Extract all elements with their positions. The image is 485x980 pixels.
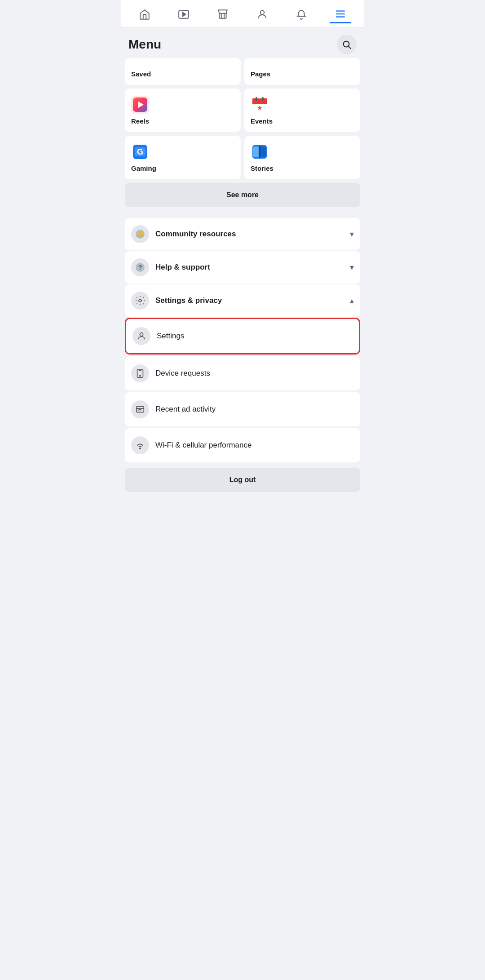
svg-point-29 <box>139 299 141 302</box>
nav-video[interactable] <box>173 5 194 23</box>
svg-rect-24 <box>259 146 260 158</box>
settings-sub-label: Settings <box>157 332 184 341</box>
grid-section: Saved Pages Reels <box>121 58 364 179</box>
sub-items-section: Settings Device requests Recent ad activ… <box>121 318 364 462</box>
svg-point-30 <box>140 333 143 336</box>
recent-ad-activity-label: Recent ad activity <box>155 405 216 414</box>
saved-label: Saved <box>131 70 151 78</box>
wifi-icon <box>135 440 145 450</box>
svg-text:?: ? <box>138 264 142 271</box>
events-label: Events <box>251 117 354 125</box>
grid-row-saved-pages: Saved Pages <box>125 58 360 85</box>
svg-text:🤝: 🤝 <box>137 231 144 238</box>
grid-item-saved[interactable]: Saved <box>125 58 241 85</box>
settings-sub-icon <box>132 327 150 345</box>
stories-label: Stories <box>251 164 354 172</box>
community-chevron: ▾ <box>350 229 354 239</box>
wifi-cellular-label: Wi-Fi & cellular performance <box>155 441 251 450</box>
ad-activity-icon <box>131 400 149 418</box>
stories-icon <box>251 143 269 161</box>
svg-rect-15 <box>256 97 257 101</box>
svg-point-32 <box>140 375 141 376</box>
gaming-icon: G <box>131 143 149 161</box>
nav-profile[interactable] <box>251 5 273 23</box>
svg-marker-1 <box>183 13 186 17</box>
pages-label: Pages <box>251 70 270 78</box>
nav-marketplace[interactable] <box>212 5 234 23</box>
grid-item-events[interactable]: ★ Events <box>244 89 360 132</box>
grid-item-pages[interactable]: Pages <box>244 58 360 85</box>
sub-item-device-requests[interactable]: Device requests <box>125 356 360 390</box>
grid-row-reels-events: Reels ★ Events <box>125 89 360 132</box>
svg-rect-22 <box>253 146 259 157</box>
logout-button[interactable]: Log out <box>125 468 360 492</box>
wifi-icon-wrapper <box>131 436 149 454</box>
accordion-section: 🤝 Community resources ▾ ? Help & support… <box>121 218 364 317</box>
community-resources-label: Community resources <box>155 230 350 239</box>
gaming-label: Gaming <box>131 164 234 172</box>
search-button[interactable] <box>337 35 357 54</box>
sub-item-wifi-cellular[interactable]: Wi-Fi & cellular performance <box>125 428 360 462</box>
nav-menu[interactable] <box>330 5 351 23</box>
community-icon-wrapper: 🤝 <box>131 225 149 243</box>
handshake-icon: 🤝 <box>135 229 146 239</box>
events-icon: ★ <box>251 96 269 114</box>
grid-item-gaming[interactable]: G Gaming <box>125 136 241 179</box>
phone-icon <box>135 368 145 378</box>
svg-rect-14 <box>252 98 267 104</box>
help-support-label: Help & support <box>155 263 350 272</box>
svg-line-7 <box>348 46 351 49</box>
person-settings-icon <box>137 331 146 341</box>
nav-home[interactable] <box>134 5 155 23</box>
settings-privacy-label: Settings & privacy <box>155 296 350 305</box>
grid-row-gaming-stories: G Gaming Stories <box>125 136 360 179</box>
gear-icon <box>135 295 146 306</box>
svg-point-36 <box>140 448 141 449</box>
svg-text:★: ★ <box>257 104 263 111</box>
menu-header: Menu <box>121 27 364 58</box>
search-icon <box>342 40 352 49</box>
settings-chevron: ▴ <box>350 296 354 306</box>
svg-point-6 <box>344 41 349 47</box>
svg-point-2 <box>260 10 264 14</box>
help-icon: ? <box>135 262 146 273</box>
sub-item-settings[interactable]: Settings <box>125 318 360 355</box>
menu-title: Menu <box>128 37 161 52</box>
reels-icon <box>131 96 149 114</box>
svg-text:G: G <box>137 147 143 156</box>
grid-item-reels[interactable]: Reels <box>125 89 241 132</box>
section-separator-1 <box>121 214 364 218</box>
see-more-button[interactable]: See more <box>125 183 360 207</box>
top-nav <box>121 0 364 27</box>
sub-item-recent-ad-activity[interactable]: Recent ad activity <box>125 392 360 426</box>
settings-icon-wrapper <box>131 292 149 310</box>
image-icon <box>135 404 145 414</box>
svg-rect-23 <box>260 146 266 157</box>
svg-rect-34 <box>137 407 144 412</box>
accordion-settings-privacy[interactable]: Settings & privacy ▴ <box>125 284 360 317</box>
grid-item-stories[interactable]: Stories <box>244 136 360 179</box>
help-chevron: ▾ <box>350 262 354 272</box>
reels-label: Reels <box>131 117 234 125</box>
accordion-help-support[interactable]: ? Help & support ▾ <box>125 251 360 284</box>
accordion-community-resources[interactable]: 🤝 Community resources ▾ <box>125 218 360 250</box>
help-icon-wrapper: ? <box>131 258 149 276</box>
nav-notifications[interactable] <box>291 5 312 23</box>
device-requests-icon <box>131 364 149 382</box>
device-requests-label: Device requests <box>155 369 210 378</box>
svg-rect-16 <box>262 97 264 101</box>
